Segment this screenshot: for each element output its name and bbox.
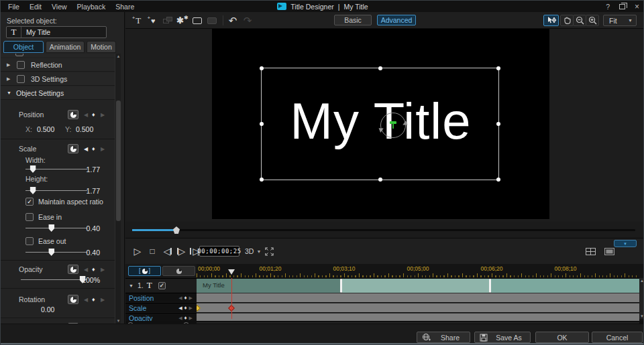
scroll-up-icon[interactable]: ▲: [115, 54, 121, 58]
previous-frame-button[interactable]: ◁: [162, 245, 174, 258]
scroll-up-icon[interactable]: ▲: [639, 279, 644, 283]
prev-keyframe-icon[interactable]: ◀: [84, 112, 88, 118]
basic-mode-button[interactable]: Basic: [334, 15, 372, 25]
clip-segment[interactable]: [491, 279, 639, 293]
3d-mode-dropdown[interactable]: 3D ▼: [245, 246, 261, 257]
prev-keyframe-icon[interactable]: ◀: [178, 295, 182, 301]
seek-thumb[interactable]: [173, 226, 180, 234]
resize-handle[interactable]: [496, 66, 500, 70]
resize-handle[interactable]: [378, 66, 382, 70]
panel-scrollbar[interactable]: ▲ ▼: [115, 54, 121, 324]
next-keyframe-icon[interactable]: ▶: [101, 267, 105, 273]
menu-edit[interactable]: Edit: [30, 3, 42, 11]
width-value[interactable]: 1.77: [72, 165, 100, 174]
prev-keyframe-icon[interactable]: ◀: [84, 267, 88, 273]
next-keyframe-icon[interactable]: ▶: [189, 305, 193, 311]
tab-animation[interactable]: Animation: [46, 41, 85, 53]
ease-in-value[interactable]: 0.40: [72, 224, 100, 232]
zoom-fit-dropdown[interactable]: Fit ▼: [603, 15, 637, 26]
prev-keyframe-icon[interactable]: ◀: [84, 297, 88, 303]
next-keyframe-icon[interactable]: ▶: [189, 316, 193, 321]
clip-segment[interactable]: [342, 279, 489, 293]
group-objects-button[interactable]: [161, 14, 174, 27]
resize-handle[interactable]: [496, 178, 500, 182]
position-keyframe-lane[interactable]: [197, 293, 639, 302]
slider-thumb[interactable]: [30, 187, 36, 194]
height-value[interactable]: 1.77: [72, 187, 100, 195]
fullscreen-button[interactable]: [263, 245, 275, 258]
next-keyframe-icon[interactable]: ▶: [101, 146, 105, 152]
resize-handle[interactable]: [260, 66, 264, 70]
resize-handle[interactable]: [496, 122, 500, 126]
keyframe-mode-button[interactable]: [ ]: [128, 266, 161, 276]
close-button[interactable]: ×: [635, 2, 639, 11]
position-keyframe-toggle[interactable]: [68, 110, 78, 119]
reflection-checkbox[interactable]: [17, 61, 25, 69]
tab-motion[interactable]: Motion: [87, 41, 116, 53]
prev-keyframe-icon[interactable]: ◀: [84, 146, 88, 152]
menu-view[interactable]: View: [52, 3, 67, 11]
zoom-in-tool[interactable]: [586, 15, 599, 26]
redo-button[interactable]: ↷: [241, 14, 254, 27]
opacity-keyframe-toggle[interactable]: [68, 265, 78, 274]
menu-file[interactable]: File: [8, 3, 19, 11]
advanced-mode-button[interactable]: Advanced: [377, 15, 416, 25]
save-as-button[interactable]: Save As: [474, 332, 531, 343]
rotation-keyframe-toggle[interactable]: [68, 295, 78, 304]
stopwatch-mode-button[interactable]: [162, 266, 195, 276]
ok-button[interactable]: OK: [535, 332, 589, 343]
menu-playback[interactable]: Playback: [77, 3, 106, 11]
stop-button[interactable]: □: [147, 245, 158, 258]
menu-share[interactable]: Share: [115, 3, 134, 11]
position-x-value[interactable]: 0.500: [37, 125, 54, 133]
preview-canvas[interactable]: My Title: [212, 29, 549, 219]
next-frame-button[interactable]: ▷: [175, 245, 187, 258]
section-object-settings[interactable]: ▼ Object Settings: [1, 86, 115, 100]
position-y-value[interactable]: 0.500: [76, 125, 93, 133]
add-keyframe-icon[interactable]: ♦: [92, 145, 95, 152]
add-keyframe-icon[interactable]: ♦: [184, 305, 187, 311]
maintain-aspect-checkbox[interactable]: ✓: [25, 198, 34, 206]
scale-keyframe-lane[interactable]: [197, 303, 639, 312]
scale-keyframe-toggle[interactable]: [68, 144, 78, 153]
expand-arrow-icon[interactable]: ▶: [7, 62, 12, 68]
rotation-gizmo[interactable]: [380, 113, 406, 138]
resize-handle[interactable]: [378, 178, 382, 182]
share-button[interactable]: Share: [417, 332, 470, 343]
insert-background-button[interactable]: [191, 14, 204, 27]
slider-thumb[interactable]: [48, 224, 54, 232]
select-move-tool[interactable]: [543, 15, 559, 26]
collapse-arrow-icon[interactable]: ▼: [129, 283, 133, 288]
add-keyframe-icon[interactable]: ♦: [92, 296, 95, 303]
expand-arrow-icon[interactable]: ▶: [7, 76, 12, 82]
slider-thumb[interactable]: [30, 165, 36, 173]
resize-handle[interactable]: [260, 178, 264, 182]
ease-out-checkbox[interactable]: [25, 237, 34, 245]
3d-settings-checkbox[interactable]: [17, 75, 25, 83]
play-button[interactable]: ▷: [132, 245, 143, 258]
collapse-panel-button[interactable]: ▾: [614, 240, 637, 247]
add-keyframe-icon[interactable]: ♦: [184, 315, 187, 321]
clipped-checkbox[interactable]: [15, 54, 23, 56]
background-disabled-button[interactable]: [205, 14, 219, 27]
rotation-value[interactable]: 0.00: [41, 305, 54, 314]
help-button[interactable]: ?: [606, 3, 610, 11]
add-keyframe-icon[interactable]: ♦: [92, 111, 95, 118]
add-keyframe-icon[interactable]: ♦: [92, 266, 95, 273]
selected-object-field[interactable]: T My Title: [6, 26, 107, 38]
prev-keyframe-icon[interactable]: ◀: [178, 305, 182, 311]
next-keyframe-icon[interactable]: ▶: [101, 112, 105, 118]
add-keyframe-icon[interactable]: ♦: [184, 295, 187, 301]
section-reflection[interactable]: ▶ Reflection: [1, 58, 115, 72]
scrollbar-thumb[interactable]: [116, 100, 121, 221]
restore-icon[interactable]: [619, 4, 625, 9]
timeline-ruler[interactable]: 00;00;00 00;01;20 00;03;10 00;05;00 00;0…: [197, 264, 639, 278]
collapse-arrow-icon[interactable]: ▼: [7, 90, 12, 95]
insert-particle-button[interactable]: ✱✱: [176, 14, 189, 27]
clip-segment[interactable]: My Title: [197, 279, 340, 293]
scroll-down-icon[interactable]: ▼: [115, 319, 121, 323]
tab-object[interactable]: Object: [3, 41, 44, 53]
undo-button[interactable]: ↶: [226, 14, 239, 27]
resize-handle[interactable]: [260, 122, 264, 126]
seek-track[interactable]: [132, 229, 635, 231]
